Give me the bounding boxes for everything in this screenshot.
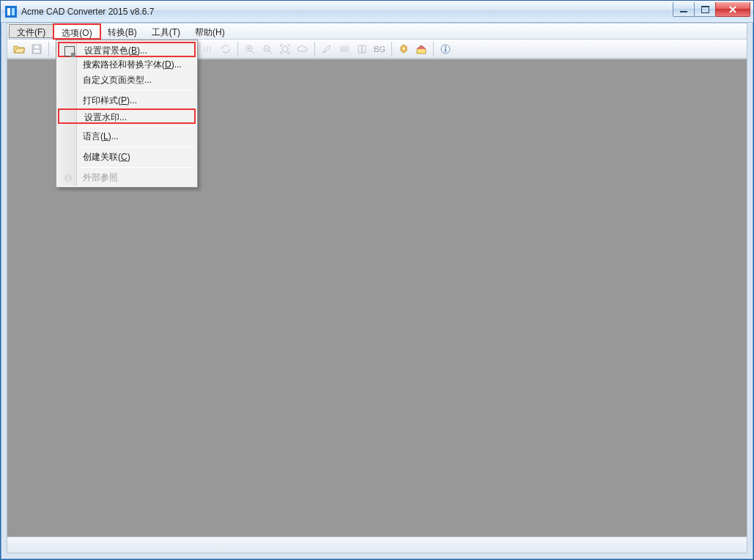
toolbar-zoom-fit[interactable] <box>276 41 294 57</box>
menu-print-style-label: 打印样式(P)... <box>83 95 137 106</box>
dropdown-separator <box>80 90 194 91</box>
menu-custom-page-label: 自定义页面类型... <box>83 75 152 85</box>
menu-file[interactable]: 文件(F) <box>9 24 53 38</box>
menu-xref: 外部参照 <box>58 170 196 185</box>
menu-set-bg-label: 设置背景色(B)... <box>84 45 147 56</box>
zoom-fit-icon <box>279 43 291 55</box>
toolbar-zoom-cloud[interactable] <box>294 41 311 57</box>
menu-search-paths-fonts[interactable]: 搜索路径和替换字体(D)... <box>58 57 196 73</box>
toolbar-separator <box>433 42 434 56</box>
menu-help-label: 帮助(H) <box>195 27 225 37</box>
zoom-in-icon <box>244 43 256 55</box>
toolbar-fill[interactable] <box>318 41 336 57</box>
toolbar-separator <box>391 42 392 56</box>
open-folder-icon <box>13 43 25 55</box>
close-button[interactable] <box>715 2 750 17</box>
menu-options-label: 选项(O) <box>62 28 92 38</box>
lines-icon <box>339 43 350 55</box>
titlebar[interactable]: Acme CAD Converter 2015 v8.6.7 <box>1 1 753 23</box>
maximize-button[interactable] <box>694 2 716 17</box>
dropdown-separator <box>80 147 194 147</box>
menu-tools[interactable]: 工具(T) <box>144 24 188 39</box>
menu-assoc-label: 创建关联(C) <box>83 152 130 162</box>
zoom-out-icon <box>262 43 273 55</box>
menu-print-style[interactable]: 打印样式(P)... <box>58 93 196 108</box>
window-controls <box>673 2 750 17</box>
svg-point-11 <box>403 47 405 49</box>
dropdown-separator <box>80 167 194 168</box>
app-small-icon <box>398 43 410 55</box>
menubar: 文件(F) 选项(O) 转换(B) 工具(T) 帮助(H) <box>7 23 747 40</box>
app-icon <box>5 6 17 18</box>
menu-tools-label: 工具(T) <box>152 27 180 37</box>
toolbar-rotate2[interactable] <box>217 41 234 57</box>
toolbar-open[interactable] <box>10 41 28 57</box>
menu-search-paths-label: 搜索路径和替换字体(D)... <box>83 59 182 70</box>
menu-options[interactable]: 选项(O) <box>53 24 100 39</box>
menu-custom-page-type[interactable]: 自定义页面类型... <box>58 73 196 88</box>
toolbar-save[interactable] <box>28 41 45 57</box>
svg-rect-13 <box>445 48 446 52</box>
app-window: Acme CAD Converter 2015 v8.6.7 文件(F) 选项(… <box>0 0 754 560</box>
svg-rect-1 <box>34 50 40 53</box>
save-icon <box>31 43 42 55</box>
toolbar-bg2[interactable]: BG <box>371 41 388 57</box>
svg-rect-14 <box>445 46 446 48</box>
toolbar-linetype[interactable] <box>336 41 353 57</box>
window-title: Acme CAD Converter 2015 v8.6.7 <box>21 7 154 17</box>
cloud-icon <box>297 43 308 55</box>
menu-set-watermark[interactable]: 设置水印... <box>58 108 196 124</box>
svg-point-10 <box>282 46 288 52</box>
svg-rect-17 <box>67 176 69 177</box>
toolbar-line-style[interactable] <box>199 41 217 57</box>
bg-color-icon <box>64 45 75 57</box>
toolbar-zoom-out[interactable] <box>259 41 276 57</box>
refresh-icon <box>220 43 232 55</box>
menu-convert-label: 转换(B) <box>108 27 137 37</box>
menu-create-assoc[interactable]: 创建关联(C) <box>58 150 196 165</box>
menu-language[interactable]: 语言(L)... <box>58 129 196 144</box>
close-icon <box>728 5 737 14</box>
bg-label-icon2: BG <box>374 45 385 54</box>
svg-rect-2 <box>34 45 39 48</box>
menu-watermark-label: 设置水印... <box>84 112 127 122</box>
info-icon <box>440 43 451 55</box>
dropdown-separator <box>80 126 194 127</box>
menu-convert[interactable]: 转换(B) <box>100 24 144 39</box>
toolbar-home[interactable] <box>413 41 430 57</box>
info-small-icon <box>62 172 74 184</box>
menu-help[interactable]: 帮助(H) <box>188 24 232 39</box>
toolbar-separator <box>314 42 315 56</box>
svg-rect-16 <box>67 177 69 180</box>
toolbar-zoom-in[interactable] <box>241 41 259 57</box>
home-icon <box>415 43 427 55</box>
toolbar-separator <box>48 42 49 56</box>
line-style-icon <box>202 43 214 55</box>
menu-file-label: 文件(F) <box>17 27 45 37</box>
toolbar-info[interactable] <box>437 41 454 57</box>
book-icon <box>356 43 368 55</box>
toolbar-separator <box>237 42 238 56</box>
options-dropdown: 设置背景色(B)... 搜索路径和替换字体(D)... 自定义页面类型... 打… <box>56 40 198 188</box>
brush-icon <box>321 43 333 55</box>
menu-set-bg-color[interactable]: 设置背景色(B)... <box>58 42 196 57</box>
menu-language-label: 语言(L)... <box>83 131 119 141</box>
toolbar-app[interactable] <box>395 41 413 57</box>
toolbar-book[interactable] <box>353 41 371 57</box>
statusbar <box>7 537 747 553</box>
menu-xref-label: 外部参照 <box>83 172 118 183</box>
minimize-button[interactable] <box>673 2 695 17</box>
